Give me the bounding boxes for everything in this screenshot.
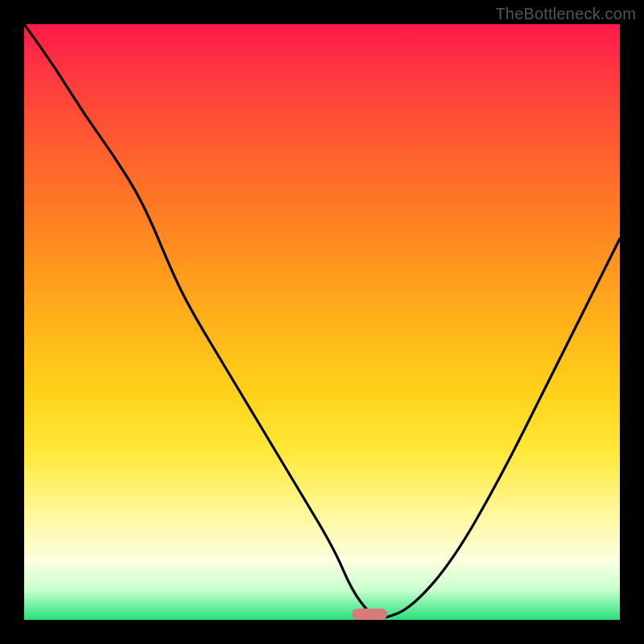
optimum-marker — [352, 609, 387, 620]
chart-frame: TheBottleneck.com — [0, 0, 644, 644]
plot-area — [24, 24, 620, 620]
watermark-text: TheBottleneck.com — [495, 5, 636, 23]
bottleneck-curve — [24, 24, 620, 620]
